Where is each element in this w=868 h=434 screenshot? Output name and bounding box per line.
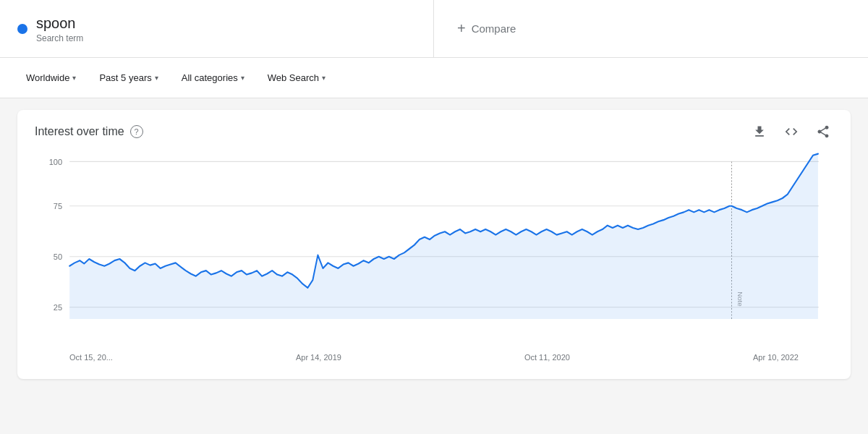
top-bar: spoon Search term + Compare xyxy=(0,0,868,58)
chart-title-area: Interest over time ? xyxy=(35,125,143,138)
filter-categories-label: All categories xyxy=(182,72,238,83)
compare-plus: + xyxy=(457,20,466,37)
share-button[interactable] xyxy=(813,122,833,142)
chart-actions xyxy=(749,122,833,142)
x-label-1: Oct 15, 20... xyxy=(69,353,113,362)
compare-button[interactable]: + Compare xyxy=(457,20,516,37)
help-icon[interactable]: ? xyxy=(130,125,143,138)
chart-area: 100 75 50 25 Note xyxy=(35,148,833,350)
share-icon xyxy=(816,124,830,139)
filter-bar: Worldwide ▾ Past 5 years ▾ All categorie… xyxy=(0,58,868,98)
x-label-2: Apr 14, 2019 xyxy=(296,353,341,362)
x-label-4: Apr 10, 2022 xyxy=(753,353,799,362)
main-content: Interest over time ? xyxy=(0,98,868,391)
interest-chart: 100 75 50 25 Note xyxy=(35,148,833,350)
compare-label: Compare xyxy=(472,22,516,35)
search-term-dot xyxy=(17,24,27,34)
filter-worldwide[interactable]: Worldwide ▾ xyxy=(17,67,85,89)
code-icon xyxy=(784,124,799,139)
search-term-label: Search term xyxy=(36,33,83,43)
x-axis-labels: Oct 15, 20... Apr 14, 2019 Oct 11, 2020 … xyxy=(35,350,833,362)
filter-websearch[interactable]: Web Search ▾ xyxy=(259,67,334,89)
chart-header: Interest over time ? xyxy=(35,122,833,142)
chart-title: Interest over time xyxy=(35,125,124,138)
filter-websearch-label: Web Search xyxy=(268,72,319,83)
filter-categories[interactable]: All categories ▾ xyxy=(173,67,253,89)
svg-text:50: 50 xyxy=(54,252,62,261)
x-label-3: Oct 11, 2020 xyxy=(524,353,570,362)
search-term-section: spoon Search term xyxy=(0,0,434,57)
search-term-text: spoon Search term xyxy=(36,14,83,43)
svg-text:75: 75 xyxy=(54,202,62,210)
chart-card: Interest over time ? xyxy=(17,110,851,379)
filter-past5years[interactable]: Past 5 years ▾ xyxy=(90,67,166,89)
svg-marker-10 xyxy=(69,154,818,319)
search-term-name: spoon xyxy=(36,14,83,32)
download-icon xyxy=(752,124,767,139)
embed-button[interactable] xyxy=(781,122,801,142)
download-button[interactable] xyxy=(749,122,770,142)
svg-text:100: 100 xyxy=(49,157,62,166)
filter-worldwide-label: Worldwide xyxy=(26,72,69,83)
chevron-down-icon: ▾ xyxy=(322,74,326,82)
chevron-down-icon: ▾ xyxy=(72,74,76,82)
filter-past5years-label: Past 5 years xyxy=(99,72,151,83)
chevron-down-icon: ▾ xyxy=(241,74,244,82)
compare-section: + Compare xyxy=(434,0,868,57)
svg-text:25: 25 xyxy=(54,303,62,312)
chevron-down-icon: ▾ xyxy=(155,74,158,82)
